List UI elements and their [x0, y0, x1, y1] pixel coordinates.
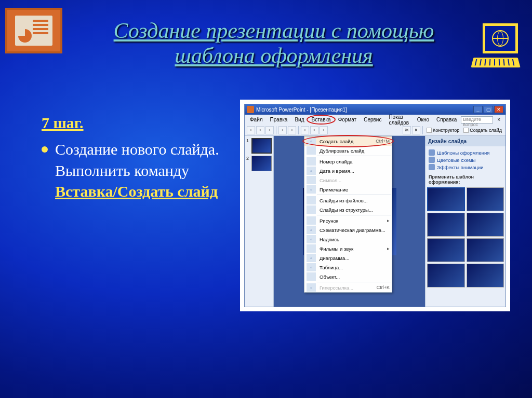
- window-title: Microsoft PowerPoint - [Презентация1]: [256, 107, 471, 113]
- menu-insert[interactable]: Вставка: [308, 116, 334, 123]
- template-thumbnail[interactable]: [467, 264, 504, 287]
- task-pane: Дизайн слайда Шаблоны оформления Цветовы…: [425, 136, 506, 307]
- tb-newslide-button[interactable]: Создать слайд: [462, 128, 503, 133]
- slide-thumbnails-pane: 1 2: [245, 136, 274, 307]
- menuitem-picture[interactable]: Рисунок: [304, 216, 392, 225]
- workspace: 1 2 Заголовок слайда Подзаголовок слайда…: [245, 136, 506, 307]
- link-color-schemes[interactable]: Цветовые схемы: [429, 157, 502, 163]
- computer-clipart-icon: [472, 23, 522, 75]
- menuitem-movies-sound[interactable]: Фильмы и звук: [304, 244, 392, 253]
- template-thumbnail[interactable]: [467, 213, 504, 237]
- taskpane-header: Дизайн слайда: [425, 136, 506, 146]
- template-thumbnail[interactable]: [427, 187, 465, 211]
- menubar-close-icon[interactable]: ×: [494, 116, 503, 123]
- body-plain: Создание нового слайда. Выполнить команд…: [55, 141, 219, 179]
- thumb-number-2: 2: [246, 156, 250, 171]
- menuitem-symbol: Символ...: [304, 175, 392, 185]
- tb-cut-icon[interactable]: ▫: [301, 126, 309, 134]
- powerpoint-window: Microsoft PowerPoint - [Презентация1] _ …: [244, 104, 506, 307]
- close-button[interactable]: ✕: [494, 106, 503, 113]
- thumb-number-1: 1: [246, 138, 250, 154]
- menuitem-slides-from-file[interactable]: Слайды из файлов...: [304, 196, 392, 205]
- embedded-screenshot: Microsoft PowerPoint - [Презентация1] _ …: [240, 100, 510, 311]
- tb-preview-icon[interactable]: ▫: [288, 126, 296, 134]
- slide-thumbnail-2[interactable]: [251, 156, 272, 171]
- menu-tools[interactable]: Сервис: [361, 116, 384, 123]
- taskpane-section-label: Применить шаблон оформления:: [425, 173, 506, 186]
- powerpoint-logo-icon: [5, 8, 62, 53]
- menu-help[interactable]: Справка: [433, 116, 460, 123]
- tb-print-icon[interactable]: ▫: [278, 126, 287, 134]
- menuitem-slide-number[interactable]: Номер слайда: [304, 157, 392, 166]
- body-command: Вставка/Создать слайд: [55, 183, 218, 200]
- minimize-button[interactable]: _: [473, 106, 483, 113]
- menu-slideshow[interactable]: Показ слайдов: [385, 113, 413, 127]
- template-grid: [425, 186, 506, 307]
- body-text: Создание нового слайда. Выполнить команд…: [55, 139, 249, 202]
- menuitem-slides-from-outline[interactable]: Слайды из структуры...: [304, 205, 392, 214]
- menuitem-object[interactable]: Объект...: [304, 272, 392, 281]
- slide-canvas: Заголовок слайда Подзаголовок слайда Соз…: [274, 136, 425, 307]
- menuitem-chart[interactable]: Диаграмма...: [304, 253, 392, 263]
- menuitem-new-slide[interactable]: Создать слайдCtrl+M: [304, 136, 392, 146]
- link-animation-schemes[interactable]: Эффекты анимации: [429, 164, 502, 170]
- menuitem-textbox[interactable]: Надпись: [304, 235, 392, 244]
- step-label: 7 шаг.: [42, 114, 249, 132]
- maximize-button[interactable]: ▢: [484, 106, 493, 113]
- menu-edit[interactable]: Правка: [267, 116, 291, 123]
- tb-open-icon[interactable]: ▫: [256, 126, 264, 134]
- slide-title: Создание презентации с помощью шаблона о…: [73, 18, 475, 68]
- template-thumbnail[interactable]: [467, 238, 504, 262]
- menubar: Файл Правка Вид Вставка Формат Сервис По…: [245, 115, 506, 125]
- link-design-templates[interactable]: Шаблоны оформления: [429, 149, 502, 156]
- tb-copy-icon[interactable]: ▫: [310, 126, 318, 134]
- slide-body: 7 шаг. Создание нового слайда. Выполнить…: [42, 114, 249, 202]
- menuitem-table[interactable]: Таблица...: [304, 263, 392, 272]
- bullet-icon: [42, 146, 48, 153]
- app-icon: [247, 106, 254, 113]
- tb-constructor-button[interactable]: Конструктор: [425, 128, 461, 133]
- tb-paste-icon[interactable]: ▫: [320, 126, 328, 134]
- menuitem-date-time[interactable]: Дата и время...: [304, 166, 392, 175]
- tb-new-icon[interactable]: ▫: [247, 126, 255, 134]
- menu-view[interactable]: Вид: [291, 116, 307, 123]
- menuitem-comment[interactable]: Примечание: [304, 185, 392, 194]
- tb-save-icon[interactable]: ▫: [265, 126, 274, 134]
- tb-bold-icon[interactable]: Ж: [403, 126, 411, 134]
- menuitem-diagram[interactable]: Схематическая диаграмма...: [304, 225, 392, 235]
- template-thumbnail[interactable]: [427, 213, 465, 237]
- template-thumbnail[interactable]: [427, 264, 465, 287]
- menu-file[interactable]: Файл: [247, 116, 266, 123]
- menuitem-hyperlink: Гиперссылка...Ctrl+K: [304, 283, 392, 292]
- template-thumbnail[interactable]: [427, 238, 465, 262]
- template-thumbnail[interactable]: [467, 187, 504, 211]
- help-search-input[interactable]: Введите вопрос: [461, 116, 493, 123]
- slide-thumbnail-1[interactable]: [251, 138, 272, 154]
- titlebar: Microsoft PowerPoint - [Презентация1] _ …: [245, 104, 506, 115]
- menu-window[interactable]: Окно: [414, 116, 432, 123]
- tb-italic-icon[interactable]: К: [412, 126, 420, 134]
- insert-menu-dropdown: Создать слайдCtrl+M Дублировать слайд Но…: [304, 136, 392, 293]
- menu-format[interactable]: Формат: [335, 116, 360, 123]
